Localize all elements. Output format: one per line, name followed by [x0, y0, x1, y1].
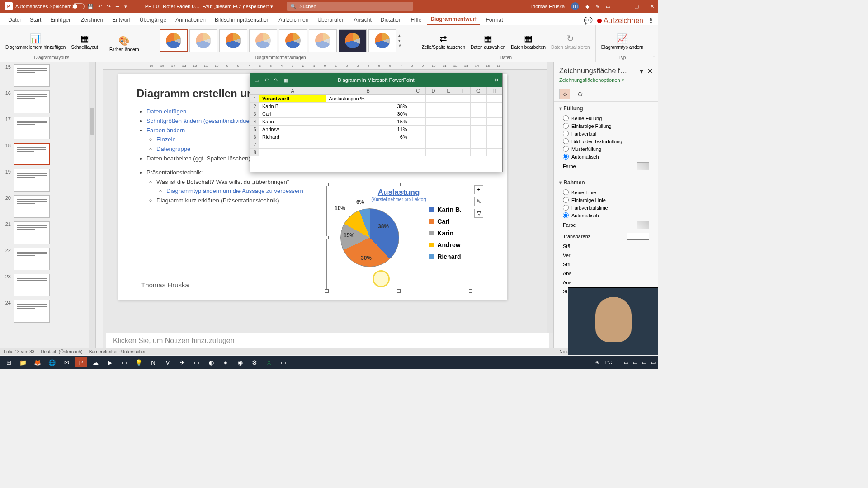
pane-subtitle[interactable]: Zeichnungsflächenoptionen [559, 77, 620, 83]
excel-grid-icon[interactable]: ▦ [283, 77, 288, 83]
chart-handle[interactable] [325, 289, 329, 293]
change-chart-type-button[interactable]: 📈Diagrammtyp ändern [599, 31, 645, 51]
styles-more-icon[interactable]: ⊻ [398, 44, 401, 48]
fill-tab-icon[interactable]: ◇ [559, 89, 570, 99]
legend-item[interactable]: Andrew [429, 241, 462, 249]
save-status-chevron-icon[interactable]: ▾ [270, 4, 273, 9]
border-section[interactable]: Rahmen [559, 179, 653, 186]
search-box[interactable]: 🔍 Suchen [287, 2, 413, 11]
qat-chevron-icon[interactable]: ▾ [124, 4, 127, 9]
app-icon[interactable]: 💡 [133, 357, 145, 367]
quick-layout-button[interactable]: ▦Schnelllayout [69, 31, 99, 51]
user-name[interactable]: Thomas Hruska [529, 4, 565, 9]
excel-save-icon[interactable]: ▭ [255, 77, 259, 83]
thumbnail-23[interactable]: 23 [0, 272, 95, 298]
chrome-icon[interactable]: 🌐 [46, 357, 58, 367]
undo-icon[interactable]: ↶ [98, 4, 102, 9]
legend-item[interactable]: Karin [429, 230, 462, 237]
explorer-icon[interactable]: 📁 [17, 357, 29, 367]
tab-zeichnen[interactable]: Zeichnen [77, 15, 107, 25]
settings-icon[interactable]: ⚙ [249, 357, 260, 367]
line-none[interactable]: Keine Linie [559, 188, 653, 196]
tray-icon[interactable]: ▭ [651, 360, 656, 366]
pane-close-icon[interactable]: ✕ [647, 67, 653, 75]
app-icon[interactable]: ▭ [191, 357, 203, 367]
excel-close-icon[interactable]: ✕ [495, 77, 499, 83]
thumbnail-18[interactable]: 18 [0, 141, 95, 167]
vlc-icon[interactable]: ▶ [104, 357, 116, 367]
fill-section[interactable]: Füllung [559, 105, 653, 112]
tab-hilfe[interactable]: Hilfe [407, 15, 425, 25]
chart-style-3[interactable] [219, 29, 247, 52]
excel-grid[interactable]: ABCDEFGH 1VerantwortlAuslastung in % 2Ka… [250, 87, 502, 156]
chart-style-8[interactable] [368, 29, 396, 52]
tab-datei[interactable]: Datei [5, 15, 24, 25]
excel-redo-icon[interactable]: ↷ [274, 77, 278, 83]
document-name[interactable]: PPT 01 Roter Faden 0… [145, 4, 200, 9]
autosave-toggle[interactable] [72, 3, 85, 9]
tab-format[interactable]: Format [482, 15, 506, 25]
outlook-icon[interactable]: ✉ [61, 357, 72, 367]
fill-gradient[interactable]: Farbverlauf [559, 130, 653, 137]
comments-icon[interactable]: 💬 [584, 16, 593, 25]
thumbnail-24[interactable]: 24 [0, 298, 95, 324]
tray-chevron-icon[interactable]: ˄ [617, 360, 619, 366]
redo-icon[interactable]: ↷ [107, 4, 111, 9]
thumbnails-scrollbar[interactable] [89, 62, 95, 355]
excel-row[interactable]: 6Richard6% [250, 133, 502, 141]
thumbnail-17[interactable]: 17 [0, 115, 95, 141]
line-color-picker[interactable] [637, 221, 649, 229]
close-button[interactable]: ✕ [647, 4, 656, 9]
chart-handle[interactable] [397, 183, 401, 186]
line-auto[interactable]: Automatisch [559, 211, 653, 219]
effects-tab-icon[interactable]: ⬠ [575, 89, 585, 99]
pie-chart[interactable]: 38% 30% 15% 10% 6% [340, 208, 399, 267]
tray-icon[interactable]: ▭ [642, 360, 646, 366]
chart-style-4[interactable] [249, 29, 277, 52]
canvas-scrollbar[interactable] [547, 62, 553, 333]
fill-none[interactable]: Keine Füllung [559, 114, 653, 122]
record-button[interactable]: Aufzeichnen [597, 17, 643, 25]
switch-row-col-button[interactable]: ⇄Zeile/Spalte tauschen [420, 31, 467, 51]
app-icon[interactable]: ▭ [118, 357, 130, 367]
change-colors-button[interactable]: 🎨Farben ändern [108, 33, 141, 53]
window-icon[interactable]: ▭ [606, 4, 610, 9]
pen-icon[interactable]: ✎ [595, 4, 599, 9]
edit-data-button[interactable]: ▦Daten bearbeiten [509, 31, 547, 51]
thumbnail-15[interactable]: 15 [0, 62, 95, 89]
tray-icon[interactable]: ▭ [624, 360, 628, 366]
collapse-ribbon-icon[interactable]: ˅ [649, 25, 658, 62]
chart-filter-icon[interactable]: ▽ [474, 209, 483, 218]
styles-up-icon[interactable]: ▴ [398, 33, 401, 38]
excel-row[interactable]: 4Karin15% [250, 118, 502, 126]
share-icon[interactable]: ⇪ [648, 16, 654, 25]
chart-subtitle[interactable]: (Kursteilnehmer pro Lektor) [327, 197, 471, 202]
maximize-button[interactable]: ▢ [632, 4, 641, 9]
excel-undo-icon[interactable]: ↶ [264, 77, 269, 83]
temperature[interactable]: 1°C [604, 360, 612, 365]
diamond-icon[interactable]: ◆ [585, 4, 589, 9]
excel-titlebar[interactable]: ▭ ↶ ↷ ▦ Diagramm in Microsoft PowerPoint… [250, 73, 502, 87]
tab-diagrammentwurf[interactable]: Diagrammentwurf [427, 14, 480, 25]
chart-legend[interactable]: Karin B.CarlKarinAndrewRichard [429, 206, 462, 265]
fill-auto[interactable]: Automatisch [559, 153, 653, 160]
fill-color-picker[interactable] [637, 162, 649, 170]
tab-uebergaenge[interactable]: Übergänge [136, 15, 170, 25]
chart-handle[interactable] [469, 236, 472, 239]
transparency-input[interactable] [627, 233, 649, 240]
chart-handle[interactable] [325, 236, 329, 239]
tab-einfuegen[interactable]: Einfügen [47, 15, 75, 25]
chart-style-6[interactable] [309, 29, 337, 52]
chart-style-2[interactable] [189, 29, 217, 52]
excel-data-window[interactable]: ▭ ↶ ↷ ▦ Diagramm in Microsoft PowerPoint… [250, 73, 503, 172]
tab-dictation[interactable]: Dictation [377, 15, 406, 25]
app-icon[interactable]: ◐ [205, 357, 217, 367]
tab-aufzeichnen[interactable]: Aufzeichnen [275, 15, 312, 25]
line-solid[interactable]: Einfarbige Linie [559, 196, 653, 204]
tray-icon[interactable]: ▭ [633, 360, 637, 366]
app-icon[interactable]: ● [220, 357, 231, 367]
legend-item[interactable]: Karin B. [429, 206, 462, 213]
avatar[interactable]: TH [571, 2, 579, 10]
accessibility-status[interactable]: Barrierefreiheit: Untersuchen [89, 349, 147, 354]
tab-start[interactable]: Start [26, 15, 45, 25]
